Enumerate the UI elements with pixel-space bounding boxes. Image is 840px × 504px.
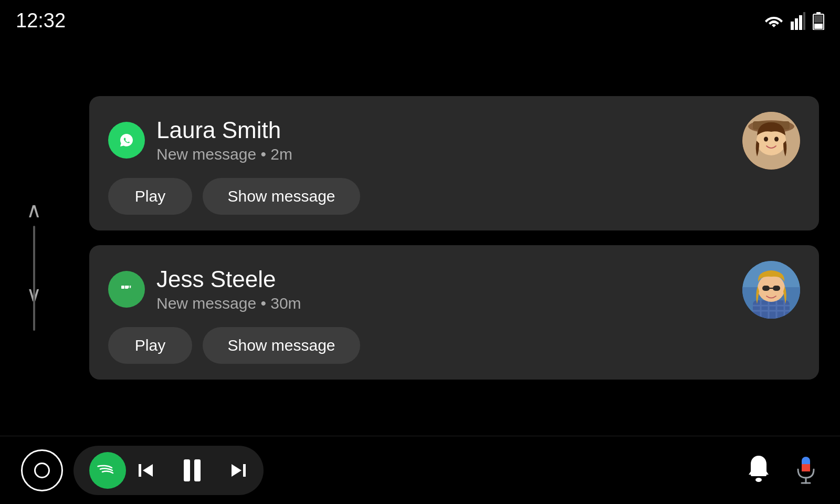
spotify-logo (96, 459, 119, 482)
contact-name-2: Jess Steele (156, 267, 301, 292)
scroll-up-icon[interactable]: ∧ (26, 200, 41, 220)
svg-point-33 (96, 459, 119, 482)
message-meta-1: New message • 2m (156, 145, 292, 163)
home-button[interactable] (21, 449, 63, 491)
notifications-container: Laura Smith New message • 2m (89, 45, 819, 430)
status-time: 12:32 (16, 9, 66, 32)
whatsapp-icon (108, 122, 145, 159)
contact-name-1: Laura Smith (156, 118, 292, 143)
show-message-button-2[interactable]: Show message (203, 327, 360, 364)
battery-icon (813, 12, 824, 30)
card-text-2: Jess Steele New message • 30m (156, 267, 301, 312)
svg-rect-1 (795, 18, 798, 30)
google-messages-icon: " " (108, 271, 145, 308)
prev-icon (136, 460, 158, 481)
avatar-jess (742, 261, 800, 319)
notification-card-1: Laura Smith New message • 2m (89, 96, 819, 230)
home-inner-circle (34, 463, 50, 478)
svg-text:": " (122, 284, 127, 295)
avatar-laura (742, 112, 800, 170)
svg-rect-30 (762, 286, 770, 291)
svg-rect-6 (814, 24, 823, 29)
pause-bar-1 (184, 459, 190, 481)
scroll-indicators: ∧ ∨ (26, 200, 41, 304)
svg-rect-38 (751, 474, 766, 476)
card-left-1: Laura Smith New message • 2m (108, 118, 292, 163)
svg-text:": " (127, 284, 132, 295)
avatar-laura-svg (742, 112, 800, 170)
svg-rect-31 (773, 286, 780, 291)
status-icons (764, 12, 824, 30)
card-actions-1: Play Show message (108, 178, 800, 215)
svg-point-14 (774, 136, 779, 141)
google-msg-logo: " " (115, 278, 138, 301)
svg-point-13 (764, 136, 768, 141)
signal-icon (791, 12, 805, 30)
card-actions-2: Play Show message (108, 327, 800, 364)
pause-button[interactable] (184, 459, 201, 481)
mic-svg (793, 455, 819, 486)
card-text-1: Laura Smith New message • 2m (156, 118, 292, 163)
wifi-icon (764, 14, 783, 28)
play-button-2[interactable]: Play (108, 327, 192, 364)
svg-rect-36 (243, 464, 246, 477)
card-header-2: " " Jess Steele New message • 30m (108, 261, 800, 319)
media-player (74, 446, 264, 495)
svg-marker-37 (232, 464, 242, 477)
scroll-track (33, 226, 35, 331)
svg-rect-0 (791, 22, 794, 30)
svg-rect-2 (799, 15, 802, 30)
svg-rect-3 (803, 12, 805, 30)
media-controls (136, 459, 248, 481)
svg-rect-7 (814, 15, 823, 23)
bell-svg (746, 454, 772, 482)
notification-card-2: " " Jess Steele New message • 30m (89, 245, 819, 380)
svg-marker-35 (143, 464, 153, 477)
svg-rect-5 (816, 12, 821, 14)
status-bar: 12:32 (0, 0, 840, 37)
bottom-bar (0, 436, 840, 504)
bottom-right-icons (746, 454, 819, 487)
next-icon (227, 460, 248, 481)
svg-rect-42 (802, 467, 810, 471)
mic-icon[interactable] (793, 455, 819, 486)
next-button[interactable] (227, 460, 248, 481)
message-meta-2: New message • 30m (156, 295, 301, 312)
card-header-1: Laura Smith New message • 2m (108, 112, 800, 170)
prev-button[interactable] (136, 460, 158, 481)
avatar-jess-svg (742, 261, 800, 319)
spotify-icon[interactable] (89, 452, 126, 489)
pause-icon (184, 459, 201, 481)
svg-point-39 (755, 478, 762, 482)
bell-icon[interactable] (746, 454, 772, 487)
pause-bar-2 (194, 459, 201, 481)
card-left-2: " " Jess Steele New message • 30m (108, 267, 301, 312)
play-button-1[interactable]: Play (108, 178, 192, 215)
svg-rect-34 (139, 464, 141, 477)
whatsapp-logo (115, 129, 138, 152)
show-message-button-1[interactable]: Show message (203, 178, 360, 215)
